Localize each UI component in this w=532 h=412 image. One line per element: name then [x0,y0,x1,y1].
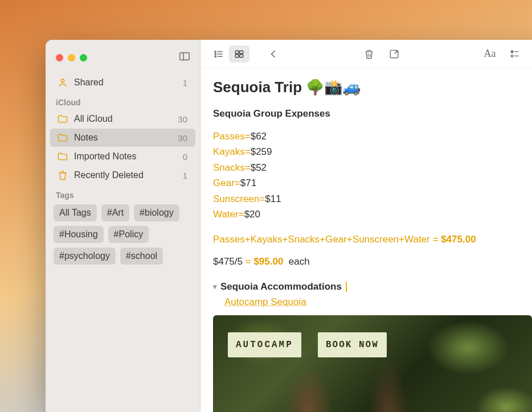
tag-chip[interactable]: All Tags [54,204,97,221]
split-result: $95.00 [253,256,283,267]
expense-line: Snacks=$52 [213,160,532,175]
sidebar-item-count: 30 [178,133,187,143]
sidebar-item-label: Recently Deleted [74,170,144,180]
sidebar-item-count: 1 [183,78,187,88]
close-window-button[interactable] [56,54,63,61]
toggle-sidebar-button[interactable] [178,50,191,65]
tags-container: All Tags#Art#biology#Housing#Policy#psyc… [46,202,200,267]
folder-icon [57,113,68,125]
new-note-button[interactable] [384,46,404,63]
sidebar-item-label: Imported Notes [74,151,136,162]
expense-line: Water=$20 [213,207,532,222]
tag-chip[interactable]: #biology [134,204,179,221]
sidebar-item-label: All iCloud [74,114,113,124]
svg-point-3 [215,51,216,52]
sidebar-section-icloud: iCloud [46,92,200,109]
folder-icon [57,132,68,143]
main-pane: Aa Sequoia Trip 🌳📸🚙 Sequoia Group Expens… [200,40,532,412]
sidebar-item-notes[interactable]: Notes30 [50,129,195,147]
svg-rect-10 [240,51,243,53]
expense-line: Sunscreen=$11 [213,192,532,207]
sidebar-item-count: 30 [178,114,187,124]
sidebar-section-tags: Tags [46,185,200,202]
note-title: Sequoia Trip 🌳📸🚙 [213,76,532,98]
tag-chip[interactable]: #Policy [108,226,149,243]
svg-point-18 [511,55,513,57]
sidebar-item-label: Shared [74,77,104,88]
expense-sum-expression: Passes+Kayaks+Snacks+Gear+Sunscreen+Wate… [213,232,532,247]
svg-point-5 [215,53,216,55]
expense-line: Kayaks=$259 [213,145,532,159]
chevron-down-icon: ▾ [213,281,217,292]
sidebar-item-shared[interactable]: Shared 1 [50,73,195,92]
section-heading-label: Sequoia Accommodations [220,279,342,294]
svg-point-2 [61,79,64,82]
preview-cta-badge: BOOK NOW [318,332,387,357]
trash-icon [57,170,68,181]
svg-rect-12 [240,55,243,57]
sidebar-item-recently-deleted[interactable]: Recently Deleted1 [50,166,195,184]
format-icon: Aa [484,48,496,60]
tag-chip[interactable]: #Art [101,204,129,221]
sidebar-item-count: 0 [183,152,187,162]
svg-point-7 [215,56,216,57]
svg-rect-0 [180,53,190,60]
split-expr: $475/5 [213,256,243,267]
text-cursor [346,282,347,292]
note-body[interactable]: Sequoia Trip 🌳📸🚙 Sequoia Group Expenses … [200,68,532,412]
checklist-button[interactable] [505,46,525,63]
accommodation-link[interactable]: Autocamp Sequoia [224,296,306,307]
window-controls [46,46,200,73]
section-heading-accommodations[interactable]: ▾ Sequoia Accommodations [213,279,532,294]
list-view-button[interactable] [208,46,229,63]
svg-rect-11 [235,55,239,57]
minimize-window-button[interactable] [68,54,75,61]
shared-icon [57,77,68,88]
split-suffix: each [289,256,310,267]
tag-chip[interactable]: #psychology [54,248,116,265]
svg-rect-9 [235,51,239,53]
tag-chip[interactable]: #Housing [54,226,104,243]
gallery-view-button[interactable] [229,46,249,63]
sidebar: Shared 1 iCloud All iCloud30Notes30Impor… [46,40,200,412]
folder-icon [57,151,68,162]
toolbar: Aa [200,40,532,68]
delete-note-button[interactable] [359,46,379,63]
sidebar-item-imported-notes[interactable]: Imported Notes0 [50,147,195,166]
tag-chip[interactable]: #school [120,248,163,265]
format-button[interactable]: Aa [480,46,500,63]
zoom-window-button[interactable] [80,54,87,61]
link-preview-image[interactable]: AUTOCAMP BOOK NOW [213,315,532,412]
sidebar-item-all-icloud[interactable]: All iCloud30 [50,110,195,128]
note-subtitle: Sequoia Group Expenses [213,106,532,121]
sidebar-item-label: Notes [74,133,98,143]
back-button[interactable] [263,46,284,63]
table-button[interactable] [530,46,532,63]
preview-brand-badge: AUTOCAMP [228,332,301,357]
expense-line: Passes=$62 [213,129,532,144]
sidebar-item-count: 1 [183,171,187,180]
expense-line: Gear=$71 [213,176,532,191]
expense-split-expression: $475/5 = $95.00 each [213,254,532,269]
app-window: Shared 1 iCloud All iCloud30Notes30Impor… [46,40,532,412]
